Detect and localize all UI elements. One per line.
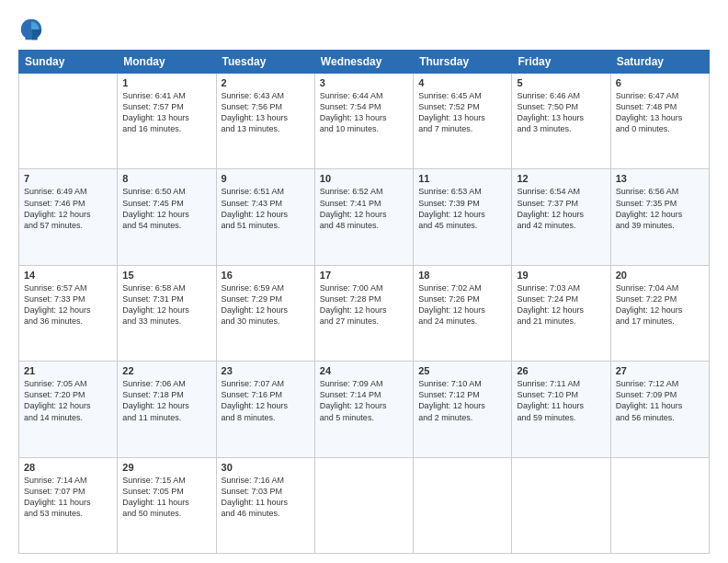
day-info: Sunrise: 6:54 AM Sunset: 7:37 PM Dayligh… bbox=[517, 186, 605, 231]
weekday-header-thursday: Thursday bbox=[414, 51, 512, 74]
week-row-5: 28Sunrise: 7:14 AM Sunset: 7:07 PM Dayli… bbox=[19, 457, 710, 553]
day-info: Sunrise: 6:52 AM Sunset: 7:41 PM Dayligh… bbox=[320, 186, 408, 231]
day-info: Sunrise: 6:57 AM Sunset: 7:33 PM Dayligh… bbox=[24, 282, 112, 327]
calendar-cell: 14Sunrise: 6:57 AM Sunset: 7:33 PM Dayli… bbox=[19, 265, 118, 361]
day-number: 3 bbox=[320, 77, 408, 88]
day-number: 15 bbox=[122, 270, 210, 281]
calendar-cell: 27Sunrise: 7:12 AM Sunset: 7:09 PM Dayli… bbox=[610, 362, 709, 457]
day-info: Sunrise: 7:02 AM Sunset: 7:26 PM Dayligh… bbox=[418, 282, 506, 327]
calendar-cell bbox=[610, 457, 709, 553]
day-number: 21 bbox=[24, 365, 112, 376]
calendar-cell: 26Sunrise: 7:11 AM Sunset: 7:10 PM Dayli… bbox=[512, 362, 610, 457]
calendar-cell: 3Sunrise: 6:44 AM Sunset: 7:54 PM Daylig… bbox=[314, 74, 413, 169]
weekday-header-tuesday: Tuesday bbox=[216, 51, 314, 74]
day-number: 22 bbox=[122, 365, 210, 376]
day-number: 28 bbox=[24, 462, 112, 473]
day-number: 16 bbox=[222, 270, 310, 281]
calendar-table: SundayMondayTuesdayWednesdayThursdayFrid… bbox=[18, 50, 710, 554]
day-number: 5 bbox=[517, 77, 605, 88]
day-number: 9 bbox=[222, 173, 310, 184]
week-row-1: 1Sunrise: 6:41 AM Sunset: 7:57 PM Daylig… bbox=[19, 74, 710, 169]
day-info: Sunrise: 6:44 AM Sunset: 7:54 PM Dayligh… bbox=[320, 90, 408, 135]
calendar-cell bbox=[314, 457, 413, 553]
day-number: 12 bbox=[517, 173, 605, 184]
day-info: Sunrise: 6:45 AM Sunset: 7:52 PM Dayligh… bbox=[418, 90, 506, 135]
calendar-cell: 8Sunrise: 6:50 AM Sunset: 7:45 PM Daylig… bbox=[118, 169, 216, 265]
day-number: 11 bbox=[418, 173, 506, 184]
calendar-cell: 18Sunrise: 7:02 AM Sunset: 7:26 PM Dayli… bbox=[414, 265, 512, 361]
day-info: Sunrise: 7:03 AM Sunset: 7:24 PM Dayligh… bbox=[517, 282, 605, 327]
calendar-cell: 5Sunrise: 6:46 AM Sunset: 7:50 PM Daylig… bbox=[512, 74, 610, 169]
day-info: Sunrise: 7:11 AM Sunset: 7:10 PM Dayligh… bbox=[517, 378, 605, 423]
day-info: Sunrise: 7:14 AM Sunset: 7:07 PM Dayligh… bbox=[24, 475, 112, 520]
calendar-cell: 21Sunrise: 7:05 AM Sunset: 7:20 PM Dayli… bbox=[19, 362, 118, 457]
day-number: 10 bbox=[320, 173, 408, 184]
day-number: 20 bbox=[616, 270, 704, 281]
day-info: Sunrise: 7:09 AM Sunset: 7:14 PM Dayligh… bbox=[320, 378, 408, 423]
day-info: Sunrise: 7:06 AM Sunset: 7:18 PM Dayligh… bbox=[122, 378, 210, 423]
day-info: Sunrise: 7:15 AM Sunset: 7:05 PM Dayligh… bbox=[122, 475, 210, 520]
weekday-header-wednesday: Wednesday bbox=[314, 51, 413, 74]
logo-icon bbox=[18, 17, 44, 42]
weekday-header-friday: Friday bbox=[512, 51, 610, 74]
day-number: 6 bbox=[616, 77, 704, 88]
day-info: Sunrise: 6:53 AM Sunset: 7:39 PM Dayligh… bbox=[418, 186, 506, 231]
day-number: 8 bbox=[122, 173, 210, 184]
calendar-cell: 13Sunrise: 6:56 AM Sunset: 7:35 PM Dayli… bbox=[610, 169, 709, 265]
weekday-header-sunday: Sunday bbox=[19, 51, 118, 74]
calendar-cell: 9Sunrise: 6:51 AM Sunset: 7:43 PM Daylig… bbox=[216, 169, 314, 265]
calendar-cell: 17Sunrise: 7:00 AM Sunset: 7:28 PM Dayli… bbox=[314, 265, 413, 361]
day-number: 19 bbox=[517, 270, 605, 281]
day-number: 17 bbox=[320, 270, 408, 281]
day-number: 29 bbox=[122, 462, 210, 473]
day-number: 14 bbox=[24, 270, 112, 281]
day-info: Sunrise: 7:12 AM Sunset: 7:09 PM Dayligh… bbox=[616, 378, 704, 423]
day-info: Sunrise: 6:50 AM Sunset: 7:45 PM Dayligh… bbox=[122, 186, 210, 231]
calendar-cell: 23Sunrise: 7:07 AM Sunset: 7:16 PM Dayli… bbox=[216, 362, 314, 457]
week-row-3: 14Sunrise: 6:57 AM Sunset: 7:33 PM Dayli… bbox=[19, 265, 710, 361]
day-info: Sunrise: 7:07 AM Sunset: 7:16 PM Dayligh… bbox=[222, 378, 310, 423]
calendar-cell: 19Sunrise: 7:03 AM Sunset: 7:24 PM Dayli… bbox=[512, 265, 610, 361]
day-info: Sunrise: 7:04 AM Sunset: 7:22 PM Dayligh… bbox=[616, 282, 704, 327]
calendar-cell: 2Sunrise: 6:43 AM Sunset: 7:56 PM Daylig… bbox=[216, 74, 314, 169]
day-info: Sunrise: 7:10 AM Sunset: 7:12 PM Dayligh… bbox=[418, 378, 506, 423]
day-info: Sunrise: 6:49 AM Sunset: 7:46 PM Dayligh… bbox=[24, 186, 112, 231]
calendar-cell bbox=[19, 74, 118, 169]
calendar-cell: 11Sunrise: 6:53 AM Sunset: 7:39 PM Dayli… bbox=[414, 169, 512, 265]
day-number: 1 bbox=[122, 77, 210, 88]
calendar-cell: 28Sunrise: 7:14 AM Sunset: 7:07 PM Dayli… bbox=[19, 457, 118, 553]
week-row-4: 21Sunrise: 7:05 AM Sunset: 7:20 PM Dayli… bbox=[19, 362, 710, 457]
calendar-cell: 10Sunrise: 6:52 AM Sunset: 7:41 PM Dayli… bbox=[314, 169, 413, 265]
day-number: 24 bbox=[320, 365, 408, 376]
day-info: Sunrise: 7:05 AM Sunset: 7:20 PM Dayligh… bbox=[24, 378, 112, 423]
day-number: 27 bbox=[616, 365, 704, 376]
weekday-header-row: SundayMondayTuesdayWednesdayThursdayFrid… bbox=[19, 51, 710, 74]
day-info: Sunrise: 6:41 AM Sunset: 7:57 PM Dayligh… bbox=[122, 90, 210, 135]
calendar-cell: 15Sunrise: 6:58 AM Sunset: 7:31 PM Dayli… bbox=[118, 265, 216, 361]
day-number: 18 bbox=[418, 270, 506, 281]
calendar-cell: 30Sunrise: 7:16 AM Sunset: 7:03 PM Dayli… bbox=[216, 457, 314, 553]
calendar-cell: 25Sunrise: 7:10 AM Sunset: 7:12 PM Dayli… bbox=[414, 362, 512, 457]
day-info: Sunrise: 7:00 AM Sunset: 7:28 PM Dayligh… bbox=[320, 282, 408, 327]
calendar-cell bbox=[512, 457, 610, 553]
calendar-cell: 4Sunrise: 6:45 AM Sunset: 7:52 PM Daylig… bbox=[414, 74, 512, 169]
calendar-cell: 29Sunrise: 7:15 AM Sunset: 7:05 PM Dayli… bbox=[118, 457, 216, 553]
day-number: 23 bbox=[222, 365, 310, 376]
calendar-cell bbox=[414, 457, 512, 553]
day-info: Sunrise: 6:59 AM Sunset: 7:29 PM Dayligh… bbox=[222, 282, 310, 327]
day-info: Sunrise: 6:56 AM Sunset: 7:35 PM Dayligh… bbox=[616, 186, 704, 231]
page: SundayMondayTuesdayWednesdayThursdayFrid… bbox=[0, 0, 728, 563]
day-info: Sunrise: 6:46 AM Sunset: 7:50 PM Dayligh… bbox=[517, 90, 605, 135]
day-number: 4 bbox=[418, 77, 506, 88]
weekday-header-monday: Monday bbox=[118, 51, 216, 74]
calendar-cell: 20Sunrise: 7:04 AM Sunset: 7:22 PM Dayli… bbox=[610, 265, 709, 361]
calendar-cell: 22Sunrise: 7:06 AM Sunset: 7:18 PM Dayli… bbox=[118, 362, 216, 457]
day-info: Sunrise: 6:51 AM Sunset: 7:43 PM Dayligh… bbox=[222, 186, 310, 231]
calendar-cell: 12Sunrise: 6:54 AM Sunset: 7:37 PM Dayli… bbox=[512, 169, 610, 265]
day-number: 25 bbox=[418, 365, 506, 376]
header bbox=[18, 17, 710, 42]
day-number: 2 bbox=[222, 77, 310, 88]
day-info: Sunrise: 6:58 AM Sunset: 7:31 PM Dayligh… bbox=[122, 282, 210, 327]
calendar-cell: 24Sunrise: 7:09 AM Sunset: 7:14 PM Dayli… bbox=[314, 362, 413, 457]
day-number: 7 bbox=[24, 173, 112, 184]
